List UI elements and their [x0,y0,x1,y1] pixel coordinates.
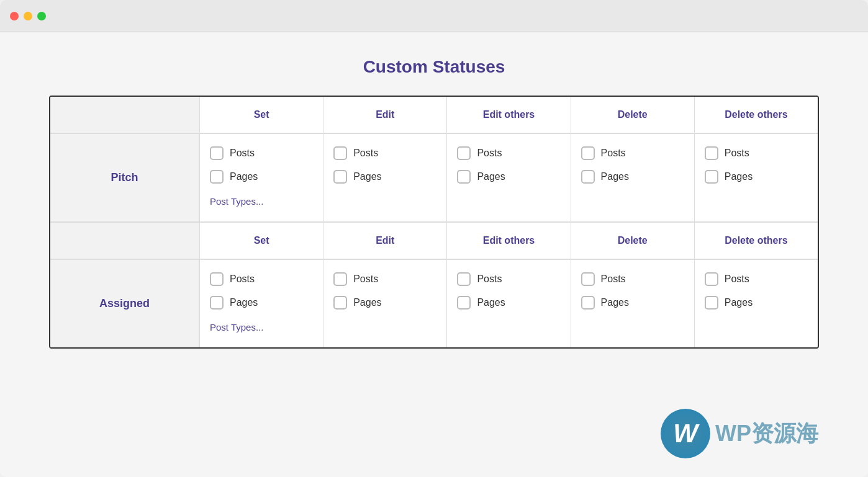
watermark-text: WP资源海 [715,419,818,449]
pitch-edit-others-pages-checkbox[interactable] [457,170,471,184]
pitch-edit-others-cell: Posts Pages [446,134,570,221]
pitch-set-pages-label: Pages [230,171,258,182]
assigned-delete-posts-item: Posts [581,272,684,286]
pitch-edit-pages-label: Pages [353,171,381,182]
pitch-edit-pages-checkbox[interactable] [333,170,347,184]
assigned-edit-pages-checkbox[interactable] [333,296,347,310]
permissions-table: Set Edit Edit others Delete Delete other… [49,96,819,349]
assigned-set-posts-label: Posts [230,274,255,285]
assigned-edit-others-posts-item: Posts [457,272,560,286]
assigned-set-posts-item: Posts [210,272,313,286]
assigned-delete-others-pages-label: Pages [725,297,753,308]
assigned-edit-cell: Posts Pages [323,260,446,347]
pitch-delete-posts-label: Posts [601,148,626,159]
pitch-header-delete: Delete [571,97,694,133]
assigned-delete-others-cell: Posts Pages [694,260,818,347]
pitch-delete-posts-item: Posts [581,146,684,160]
assigned-set-pages-checkbox[interactable] [210,296,224,310]
minimize-button[interactable] [24,12,32,20]
pitch-delete-others-pages-checkbox[interactable] [705,170,718,184]
window: Custom Statuses Set Edit Edit others Del… [0,0,868,477]
pitch-label: Pitch [50,134,199,221]
assigned-set-posts-checkbox[interactable] [210,272,224,286]
pitch-delete-others-cell: Posts Pages [694,134,818,221]
assigned-edit-others-pages-label: Pages [477,297,505,308]
pitch-set-cell: Posts Pages Post Types... [199,134,323,221]
pitch-delete-others-pages-label: Pages [725,171,753,182]
assigned-set-cell: Posts Pages Post Types... [199,260,323,347]
assigned-set-post-types-link[interactable]: Post Types... [210,319,313,335]
pitch-edit-others-posts-checkbox[interactable] [457,146,471,160]
assigned-header-edit-others: Edit others [446,223,570,259]
assigned-header-set: Set [199,223,323,259]
pitch-edit-posts-label: Posts [353,148,378,159]
pitch-edit-others-posts-item: Posts [457,146,560,160]
assigned-delete-pages-label: Pages [601,297,629,308]
pitch-delete-others-posts-item: Posts [705,146,808,160]
assigned-edit-others-cell: Posts Pages [446,260,570,347]
assigned-set-pages-item: Pages [210,296,313,310]
pitch-set-posts-label: Posts [230,148,255,159]
pitch-delete-others-posts-label: Posts [725,148,749,159]
assigned-delete-posts-label: Posts [601,274,626,285]
assigned-edit-pages-label: Pages [353,297,381,308]
pitch-header-row: Set Edit Edit others Delete Delete other… [50,97,818,133]
pitch-delete-pages-checkbox[interactable] [581,170,595,184]
assigned-header-empty [50,223,199,259]
assigned-edit-pages-item: Pages [333,296,436,310]
assigned-delete-cell: Posts Pages [571,260,694,347]
assigned-delete-others-pages-checkbox[interactable] [705,296,718,310]
assigned-header-row: Set Edit Edit others Delete Delete other… [50,223,818,259]
pitch-set-posts-item: Posts [210,146,313,160]
assigned-delete-pages-checkbox[interactable] [581,296,595,310]
assigned-edit-posts-label: Posts [353,274,378,285]
pitch-delete-others-pages-item: Pages [705,170,808,184]
assigned-edit-others-posts-checkbox[interactable] [457,272,471,286]
pitch-delete-cell: Posts Pages [571,134,694,221]
assigned-edit-posts-item: Posts [333,272,436,286]
assigned-delete-others-posts-item: Posts [705,272,808,286]
pitch-section: Set Edit Edit others Delete Delete other… [50,97,818,221]
assigned-edit-posts-checkbox[interactable] [333,272,347,286]
maximize-button[interactable] [37,12,46,20]
pitch-edit-others-pages-item: Pages [457,170,560,184]
assigned-edit-others-pages-item: Pages [457,296,560,310]
assigned-delete-others-posts-label: Posts [725,274,749,285]
traffic-lights [10,12,46,20]
close-button[interactable] [10,12,19,20]
assigned-delete-posts-checkbox[interactable] [581,272,595,286]
assigned-set-pages-label: Pages [230,297,258,308]
pitch-edit-pages-item: Pages [333,170,436,184]
assigned-delete-pages-item: Pages [581,296,684,310]
pitch-data-row: Pitch Posts Pages Post Types... [50,133,818,221]
pitch-set-posts-checkbox[interactable] [210,146,224,160]
pitch-delete-pages-item: Pages [581,170,684,184]
assigned-edit-others-posts-label: Posts [477,274,502,285]
watermark: W WP资源海 [661,409,818,458]
pitch-delete-pages-label: Pages [601,171,629,182]
pitch-edit-posts-item: Posts [333,146,436,160]
titlebar [0,0,868,32]
pitch-header-edit: Edit [323,97,446,133]
pitch-set-pages-item: Pages [210,170,313,184]
assigned-header-delete: Delete [571,223,694,259]
pitch-edit-others-pages-label: Pages [477,171,505,182]
assigned-header-delete-others: Delete others [694,223,818,259]
assigned-label: Assigned [50,260,199,347]
assigned-edit-others-pages-checkbox[interactable] [457,296,471,310]
assigned-delete-others-posts-checkbox[interactable] [705,272,718,286]
pitch-set-post-types-link[interactable]: Post Types... [210,194,313,209]
pitch-delete-others-posts-checkbox[interactable] [705,146,718,160]
pitch-header-delete-others: Delete others [694,97,818,133]
pitch-edit-cell: Posts Pages [323,134,446,221]
assigned-data-row: Assigned Posts Pages Post Types... [50,259,818,347]
pitch-set-pages-checkbox[interactable] [210,170,224,184]
assigned-section: Set Edit Edit others Delete Delete other… [50,221,818,347]
wp-logo: W [661,409,710,458]
pitch-edit-others-posts-label: Posts [477,148,502,159]
assigned-header-edit: Edit [323,223,446,259]
pitch-delete-posts-checkbox[interactable] [581,146,595,160]
pitch-edit-posts-checkbox[interactable] [333,146,347,160]
page-title: Custom Statuses [363,57,505,77]
pitch-header-set: Set [199,97,323,133]
